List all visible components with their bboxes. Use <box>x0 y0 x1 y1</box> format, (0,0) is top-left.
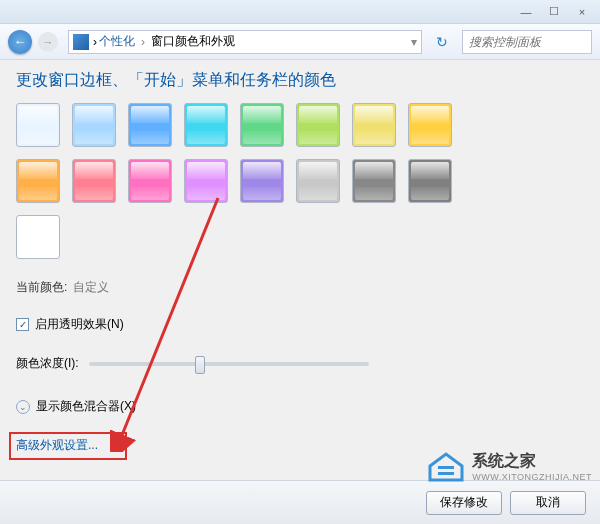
breadcrumb-root[interactable]: 个性化 <box>99 33 135 50</box>
color-swatch[interactable] <box>128 103 172 147</box>
color-swatch[interactable] <box>72 159 116 203</box>
content-area: 更改窗口边框、「开始」菜单和任务栏的颜色 当前颜色: 自定义 ✓ 启用透明效果(… <box>0 60 600 480</box>
color-swatch[interactable] <box>128 159 172 203</box>
color-swatch[interactable] <box>296 103 340 147</box>
color-swatch[interactable] <box>240 159 284 203</box>
chevron-down-icon: ⌄ <box>16 400 30 414</box>
save-button[interactable]: 保存修改 <box>426 491 502 515</box>
color-swatch[interactable] <box>184 159 228 203</box>
breadcrumb-current: 窗口颜色和外观 <box>151 33 235 50</box>
breadcrumb[interactable]: › 个性化 › 窗口颜色和外观 ▾ <box>68 30 422 54</box>
control-panel-icon <box>73 34 89 50</box>
expander-label: 显示颜色混合器(X) <box>36 398 136 415</box>
current-color-row: 当前颜色: 自定义 <box>16 279 584 296</box>
slider-thumb[interactable] <box>195 356 205 374</box>
breadcrumb-separator: › <box>141 35 145 49</box>
nav-back-button[interactable]: ← <box>8 30 32 54</box>
advanced-appearance-link[interactable]: 高级外观设置... <box>16 437 98 454</box>
color-swatch[interactable] <box>352 159 396 203</box>
color-swatch-grid <box>16 103 480 259</box>
dropdown-arrow-icon[interactable]: ▾ <box>411 35 417 49</box>
cancel-button[interactable]: 取消 <box>510 491 586 515</box>
navigation-bar: ← → › 个性化 › 窗口颜色和外观 ▾ ↻ <box>0 24 600 60</box>
color-swatch[interactable] <box>16 103 60 147</box>
color-swatch[interactable] <box>16 215 60 259</box>
transparency-label: 启用透明效果(N) <box>35 316 124 333</box>
current-color-label: 当前颜色: <box>16 279 67 296</box>
color-swatch[interactable] <box>240 103 284 147</box>
intensity-slider[interactable] <box>89 362 369 366</box>
transparency-row: ✓ 启用透明效果(N) <box>16 316 584 333</box>
color-swatch[interactable] <box>16 159 60 203</box>
color-swatch[interactable] <box>296 159 340 203</box>
nav-forward-button: → <box>38 32 58 52</box>
color-swatch[interactable] <box>408 159 452 203</box>
maximize-button[interactable]: ☐ <box>540 3 568 21</box>
search-input[interactable] <box>462 30 592 54</box>
transparency-checkbox[interactable]: ✓ <box>16 318 29 331</box>
color-swatch[interactable] <box>72 103 116 147</box>
current-color-value: 自定义 <box>73 279 109 296</box>
color-mixer-expander[interactable]: ⌄ 显示颜色混合器(X) <box>16 398 584 415</box>
color-swatch[interactable] <box>352 103 396 147</box>
minimize-button[interactable]: — <box>512 3 540 21</box>
page-title: 更改窗口边框、「开始」菜单和任务栏的颜色 <box>16 70 584 91</box>
window-titlebar: — ☐ × <box>0 0 600 24</box>
intensity-label: 颜色浓度(I): <box>16 355 79 372</box>
refresh-button[interactable]: ↻ <box>436 34 448 50</box>
close-button[interactable]: × <box>568 3 596 21</box>
color-swatch[interactable] <box>184 103 228 147</box>
intensity-row: 颜色浓度(I): <box>16 355 584 372</box>
color-swatch[interactable] <box>408 103 452 147</box>
breadcrumb-separator: › <box>93 35 97 49</box>
footer-bar: 保存修改 取消 <box>0 480 600 524</box>
